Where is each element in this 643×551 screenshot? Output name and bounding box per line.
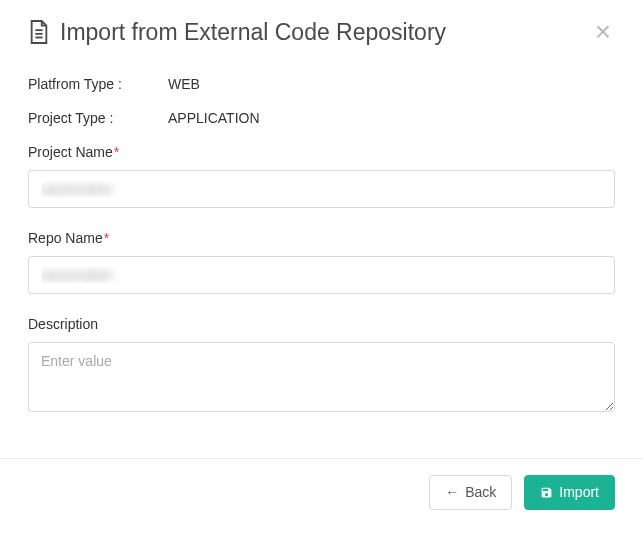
project-type-label: Project Type : xyxy=(28,110,168,126)
save-icon xyxy=(540,486,553,499)
repo-name-input[interactable] xyxy=(28,256,615,294)
required-indicator: * xyxy=(104,230,109,246)
project-name-input[interactable] xyxy=(28,170,615,208)
arrow-left-icon: ← xyxy=(445,484,459,501)
modal-header: Import from External Code Repository × xyxy=(0,0,643,56)
back-button-label: Back xyxy=(465,484,496,501)
close-button[interactable]: × xyxy=(591,18,615,46)
project-name-label: Project Name* xyxy=(28,144,615,160)
modal-footer: ← Back Import xyxy=(0,458,643,526)
project-name-group: Project Name* xyxy=(28,144,615,208)
modal-title: Import from External Code Repository xyxy=(60,19,591,46)
project-type-value: APPLICATION xyxy=(168,110,260,126)
modal-body: Platfrom Type : WEB Project Type : APPLI… xyxy=(0,56,643,448)
platform-type-row: Platfrom Type : WEB xyxy=(28,76,615,92)
document-icon xyxy=(28,19,50,45)
repo-name-label: Repo Name* xyxy=(28,230,615,246)
import-button[interactable]: Import xyxy=(524,475,615,510)
import-button-label: Import xyxy=(559,484,599,501)
platform-type-value: WEB xyxy=(168,76,200,92)
description-group: Description xyxy=(28,316,615,416)
description-label: Description xyxy=(28,316,615,332)
back-button[interactable]: ← Back xyxy=(429,475,512,510)
platform-type-label: Platfrom Type : xyxy=(28,76,168,92)
description-textarea[interactable] xyxy=(28,342,615,412)
required-indicator: * xyxy=(114,144,119,160)
repo-name-group: Repo Name* xyxy=(28,230,615,294)
project-type-row: Project Type : APPLICATION xyxy=(28,110,615,126)
close-icon: × xyxy=(595,16,611,47)
